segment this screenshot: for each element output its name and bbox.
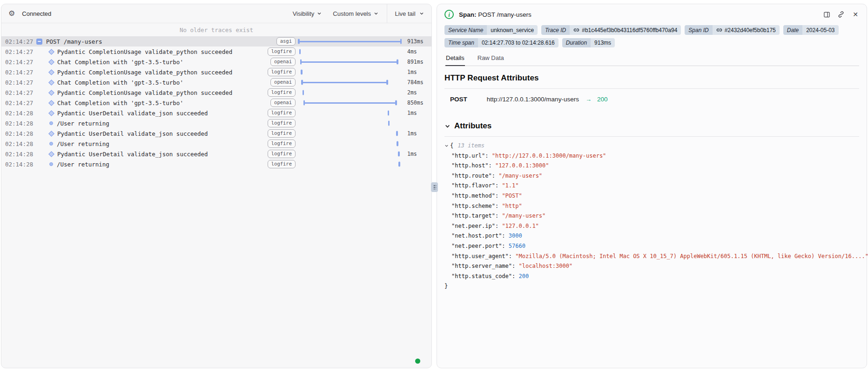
row-content: POST /many-users (30, 38, 272, 45)
duration-tick (398, 162, 400, 167)
custom-levels-dropdown[interactable]: Custom levels (333, 10, 378, 17)
row-timestamp: 02:14:28 (1, 151, 30, 158)
row-label: Pydantic CompletionUsage validate_python… (57, 48, 232, 55)
duration-tick (396, 131, 398, 136)
attribute-entry: "http.route": "/many-users" (444, 171, 859, 181)
span-timeline (298, 87, 402, 98)
scope-tag: logfire (268, 88, 296, 96)
attribute-entry: "http.host": "127.0.0.1:3000" (444, 161, 859, 171)
divider (444, 88, 859, 89)
trace-row[interactable]: 02:14:28Pydantic UserDetail validate_jso… (1, 128, 431, 139)
link-icon[interactable] (716, 27, 722, 33)
badge-value: #2432d40ef5b0b175 (713, 25, 780, 35)
attribute-key: "http.user_agent": (451, 253, 515, 259)
scope-tag: logfire (268, 109, 296, 117)
attribute-key: "http.status_code": (451, 273, 519, 279)
custom-levels-label: Custom levels (333, 10, 371, 17)
badge-value-text: unknown_service (491, 27, 534, 33)
attribute-key: "net.peer.ip": (451, 223, 502, 229)
row-timestamp: 02:14:27 (1, 48, 30, 55)
span-diamond-icon (48, 151, 54, 157)
bar-start-tick (303, 100, 305, 106)
live-tail-dropdown[interactable]: Live tail (387, 4, 431, 23)
tree-collapse-chevron-icon[interactable] (444, 144, 449, 148)
attribute-key: "http.scheme": (451, 203, 502, 209)
row-label: Chat Completion with 'gpt-3.5-turbo' (57, 100, 183, 106)
visibility-dropdown[interactable]: Visibility (293, 10, 322, 17)
trace-row[interactable]: 02:14:27POST /many-usersasgi913ms (1, 36, 431, 46)
row-timestamp: 02:14:27 (1, 89, 30, 96)
badge-value: 2024-05-03 (802, 25, 838, 35)
trace-row[interactable]: 02:14:28/User returninglogfire (1, 139, 431, 149)
duration-tick (397, 141, 398, 146)
row-content: Pydantic CompletionUsage validate_python… (30, 89, 272, 96)
duration-bar (300, 61, 398, 63)
attribute-value: "127.0.0.1" (502, 223, 538, 229)
tab-details[interactable]: Details (445, 54, 465, 66)
span-timeline (298, 57, 402, 67)
drag-dots-icon (433, 185, 436, 190)
badge-value-text: #b1c445ef3b0b43116df5760ffb470a94 (582, 27, 677, 33)
trace-row[interactable]: 02:14:28Pydantic UserDetail validate_jso… (1, 149, 431, 159)
live-tail-label: Live tail (395, 10, 415, 17)
attribute-key: "http.url": (451, 153, 492, 159)
bar-start-tick (300, 60, 302, 65)
trace-row[interactable]: 02:14:27Pydantic CompletionUsage validat… (1, 46, 431, 57)
badge-value: unknown_service (487, 25, 538, 35)
trace-row[interactable]: 02:14:28/User returninglogfire (1, 159, 431, 169)
badge-label: Trace ID (541, 25, 570, 35)
meta-badge: Duration913ms (562, 38, 615, 47)
tab-raw-data[interactable]: Raw Data (477, 54, 505, 66)
span-diamond-icon (48, 80, 54, 86)
span-detail-panel: i Span: POST /many-users ✕ Service Nameu… (437, 4, 867, 368)
row-timestamp: 02:14:28 (1, 140, 30, 147)
trace-row[interactable]: 02:14:27Chat Completion with 'gpt-3.5-tu… (1, 77, 431, 87)
span-timeline (298, 67, 402, 77)
info-icon: i (444, 10, 454, 19)
bar-start-tick (301, 80, 303, 85)
link-icon[interactable] (573, 27, 579, 33)
trace-row[interactable]: 02:14:28Pydantic UserDetail validate_jso… (1, 108, 431, 118)
row-content: /User returning (30, 140, 272, 147)
attribute-value: "Mozilla/5.0 (Macintosh; Intel Mac OS X … (515, 253, 868, 259)
row-content: Pydantic UserDetail validate_json succee… (30, 151, 272, 158)
span-diamond-icon (48, 49, 54, 55)
attribute-entry: "net.peer.ip": "127.0.0.1" (444, 221, 859, 232)
attribute-entries: "http.url": "http://127.0.0.1:3000/many-… (444, 151, 859, 282)
row-timestamp: 02:14:27 (1, 79, 30, 86)
attribute-key: "http.target": (451, 213, 502, 219)
collapse-minus-icon[interactable] (36, 39, 42, 45)
http-request-attributes-heading: HTTP Request Attributes (444, 73, 859, 83)
badge-label: Duration (562, 38, 591, 47)
row-content: /User returning (30, 161, 272, 168)
connection-status: Connected (22, 10, 51, 17)
panel-resize-handle[interactable] (431, 182, 438, 192)
copy-link-icon[interactable] (837, 11, 845, 18)
row-content: /User returning (30, 120, 272, 127)
attributes-heading: Attributes (454, 121, 491, 131)
trace-row[interactable]: 02:14:27Chat Completion with 'gpt-3.5-tu… (1, 57, 431, 67)
trace-row[interactable]: 02:14:27Pydantic CompletionUsage validat… (1, 87, 431, 98)
row-label: /User returning (57, 120, 109, 127)
meta-badge: Service Nameunknown_service (444, 25, 538, 35)
close-icon[interactable]: ✕ (852, 11, 859, 18)
detail-tabs: DetailsRaw Data (444, 54, 859, 66)
badge-label: Time span (444, 38, 478, 47)
row-duration: 891ms (402, 59, 430, 65)
row-content: Pydantic UserDetail validate_json succee… (30, 110, 272, 117)
badge-value: 913ms (591, 38, 615, 47)
trace-row[interactable]: 02:14:28/User returninglogfire (1, 118, 431, 128)
span-timeline (298, 118, 402, 128)
trace-row[interactable]: 02:14:27Chat Completion with 'gpt-3.5-tu… (1, 98, 431, 108)
bar-end-tick (395, 100, 397, 106)
attribute-value: "http" (502, 203, 522, 209)
trace-row[interactable]: 02:14:27Pydantic CompletionUsage validat… (1, 67, 431, 77)
collapse-chevron-icon[interactable] (444, 123, 451, 129)
meta-badge: Span ID#2432d40ef5b0b175 (685, 25, 779, 35)
meta-badge: Trace ID#b1c445ef3b0b43116df5760ffb470a9… (541, 25, 681, 35)
row-duration: 850ms (402, 100, 430, 106)
settings-gear-icon[interactable]: ⚙ (8, 10, 15, 17)
badge-value-text: 2024-05-03 (806, 27, 834, 33)
open-side-panel-icon[interactable] (823, 11, 830, 18)
row-duration: 1ms (402, 130, 430, 137)
